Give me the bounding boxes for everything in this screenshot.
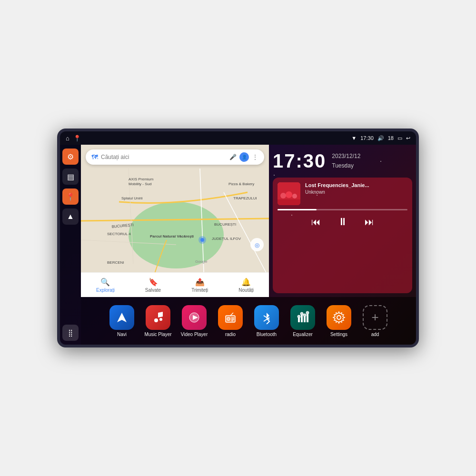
mic-icon[interactable]: 🎤: [229, 154, 237, 160]
main-screen: ⚙ ▤ 📍 ▲ ⣿: [60, 145, 416, 345]
app-video-player[interactable]: Video Player: [178, 305, 210, 337]
status-right: ▼ 17:30 🔊 18 ▭ ↩: [351, 135, 410, 141]
svg-text:Pizza & Bakery: Pizza & Bakery: [228, 182, 254, 186]
map-nav-share[interactable]: 📤 Trimiteți: [191, 278, 208, 293]
svg-text:SECTORUL 4: SECTORUL 4: [107, 232, 131, 236]
svg-point-45: [337, 316, 341, 319]
app-music-player[interactable]: Music Player: [142, 305, 174, 337]
settings-app-icon: [327, 305, 351, 330]
svg-point-31: [228, 318, 229, 319]
prev-button[interactable]: ⏮: [307, 213, 325, 230]
sidebar-files-button[interactable]: ▤: [62, 169, 79, 185]
content-area: Splaiul Unirii BUCUREȘTI SECTORUL 4 BUCU…: [81, 145, 416, 345]
files-icon: ▤: [67, 172, 74, 181]
home-icon[interactable]: ⌂: [66, 135, 69, 142]
saved-label: Salvate: [145, 288, 161, 293]
progress-fill: [278, 209, 317, 210]
music-info: Lost Frequencies_Janie... Unknown: [305, 182, 407, 195]
top-row: Splaiul Unirii BUCUREȘTI SECTORUL 4 BUCU…: [81, 145, 416, 297]
wifi-icon: ▼: [351, 135, 357, 141]
svg-text:TRAPEZULUI: TRAPEZULUI: [233, 196, 257, 200]
svg-text:Splaiul Unirii: Splaiul Unirii: [121, 196, 143, 200]
sidebar-grid-button[interactable]: ⣿: [62, 325, 79, 341]
app-equalizer[interactable]: Equalizer: [287, 305, 319, 337]
map-nav-news[interactable]: 🔔 Noutăți: [238, 278, 254, 293]
volume-icon: 🔊: [377, 135, 384, 141]
back-icon[interactable]: ↩: [406, 135, 410, 141]
menu-dots-icon[interactable]: ⋮: [252, 153, 258, 161]
app-settings[interactable]: Settings: [323, 305, 355, 337]
map-nav-explore[interactable]: 🔍 Explorați: [96, 278, 115, 293]
svg-point-25: [159, 318, 162, 321]
explore-icon: 🔍: [100, 278, 110, 287]
svg-text:BUCUREȘTI: BUCUREȘTI: [214, 222, 236, 227]
svg-point-19: [280, 193, 286, 198]
device-frame: ⌂ 📍 ▼ 17:30 🔊 18 ▭ ↩ ⚙ ▤: [57, 129, 419, 347]
svg-text:BERCENI: BERCENI: [107, 260, 124, 265]
navi-icon: [109, 305, 134, 330]
user-avatar[interactable]: 👤: [239, 152, 249, 162]
svg-point-20: [286, 191, 292, 198]
map-panel[interactable]: Splaiul Unirii BUCUREȘTI SECTORUL 4 BUCU…: [81, 145, 269, 297]
nav-icon: ▲: [67, 212, 74, 221]
maps-icon: 📍: [66, 192, 75, 201]
svg-point-42: [300, 312, 303, 315]
video-player-icon: [182, 305, 207, 330]
video-player-label: Video Player: [181, 332, 208, 337]
news-label: Noutăți: [238, 288, 254, 293]
status-bar: ⌂ 📍 ▼ 17:30 🔊 18 ▭ ↩: [60, 131, 416, 145]
sidebar-settings-button[interactable]: ⚙: [62, 149, 79, 165]
pause-button[interactable]: ⏸: [334, 213, 351, 230]
music-controls: ⏮ ⏸ ⏭: [278, 213, 407, 230]
svg-marker-23: [117, 313, 127, 322]
music-title: Lost Frequencies_Janie...: [305, 182, 407, 188]
saved-icon: 🔖: [149, 278, 158, 287]
sidebar-maps-button[interactable]: 📍: [62, 188, 79, 205]
music-top: Lost Frequencies_Janie... Unknown: [278, 182, 407, 205]
music-progress-bar[interactable]: [278, 209, 407, 210]
app-add[interactable]: + add: [359, 305, 391, 337]
bluetooth-icon: [254, 305, 279, 330]
clock-widget: 17:30 2023/12/12 Tuesday: [273, 149, 412, 174]
radio-label: radio: [225, 332, 236, 337]
share-icon: 📤: [195, 278, 205, 287]
svg-text:Mobility - Sud: Mobility - Sud: [129, 182, 151, 186]
svg-rect-39: [304, 316, 306, 322]
music-widget: Lost Frequencies_Janie... Unknown ⏮ ⏸ ⏭: [273, 178, 412, 293]
status-time: 17:30: [360, 135, 374, 141]
svg-point-41: [298, 315, 300, 318]
svg-point-21: [292, 194, 297, 198]
clock-date: 2023/12/12 Tuesday: [332, 152, 360, 170]
svg-point-15: [200, 238, 204, 242]
sidebar: ⚙ ▤ 📍 ▲ ⣿: [60, 145, 81, 345]
map-nav-saved[interactable]: 🔖 Salvate: [145, 278, 161, 293]
explore-label: Explorați: [96, 288, 115, 293]
app-navi[interactable]: Navi: [106, 305, 138, 337]
maps-status-icon[interactable]: 📍: [73, 135, 81, 142]
equalizer-label: Equalizer: [293, 332, 313, 337]
svg-rect-22: [278, 199, 300, 205]
status-left: ⌂ 📍: [66, 135, 81, 142]
right-panel: 17:30 2023/12/12 Tuesday: [269, 145, 416, 297]
svg-rect-38: [301, 315, 303, 322]
app-grid: Navi Music Player: [102, 305, 395, 337]
share-label: Trimiteți: [191, 288, 208, 293]
svg-rect-40: [307, 314, 308, 322]
sidebar-nav-button[interactable]: ▲: [62, 208, 79, 225]
map-search-text[interactable]: Căutați aici: [101, 154, 227, 160]
clock-date-value: 2023/12/12: [332, 152, 360, 161]
app-bluetooth[interactable]: Bluetooth: [250, 305, 283, 337]
svg-line-29: [230, 313, 233, 316]
svg-text:Google: Google: [195, 259, 208, 264]
news-icon: 🔔: [241, 278, 251, 287]
svg-text:AXIS Premium: AXIS Premium: [129, 177, 154, 181]
next-button[interactable]: ⏭: [361, 213, 378, 230]
svg-text:◎: ◎: [255, 242, 259, 248]
grid-icon: ⣿: [68, 329, 73, 337]
clock-time: 17:30: [273, 150, 326, 172]
settings-app-label: Settings: [330, 332, 347, 337]
svg-point-24: [154, 318, 158, 322]
map-search-bar[interactable]: 🗺 Căutați aici 🎤 👤 ⋮: [86, 149, 264, 165]
app-grid-container: Navi Music Player: [81, 297, 416, 345]
app-radio[interactable]: radio: [214, 305, 247, 337]
